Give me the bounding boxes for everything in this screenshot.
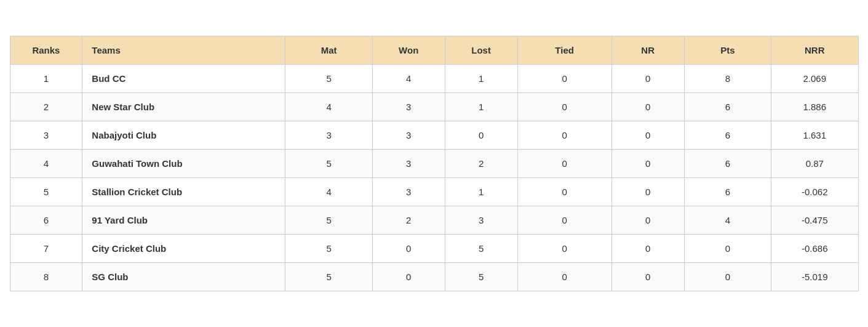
header-won: Won: [372, 36, 445, 65]
team-cell: Stallion Cricket Club: [82, 178, 285, 206]
team-cell: Guwahati Town Club: [82, 150, 285, 178]
nr-cell: 0: [611, 121, 684, 150]
rank-cell: 3: [10, 121, 82, 150]
header-mat: Mat: [285, 36, 372, 65]
lost-cell: 1: [445, 65, 517, 93]
lost-cell: 1: [445, 178, 517, 206]
header-ranks: Ranks: [10, 36, 82, 65]
nr-cell: 0: [611, 263, 684, 291]
nr-cell: 0: [611, 150, 684, 178]
nrr-cell: 2.069: [771, 65, 858, 93]
header-nr: NR: [611, 36, 684, 65]
nrr-cell: -0.686: [771, 235, 858, 263]
lost-cell: 1: [445, 93, 517, 121]
header-nrr: NRR: [771, 36, 858, 65]
nrr-cell: 1.886: [771, 93, 858, 121]
mat-cell: 4: [285, 178, 372, 206]
table-row: 7City Cricket Club505000-0.686: [10, 235, 858, 263]
tied-cell: 0: [517, 93, 611, 121]
team-cell: Bud CC: [82, 65, 285, 93]
won-cell: 3: [372, 150, 445, 178]
header-tied: Tied: [517, 36, 611, 65]
mat-cell: 5: [285, 206, 372, 235]
team-cell: SG Club: [82, 263, 285, 291]
mat-cell: 5: [285, 263, 372, 291]
won-cell: 3: [372, 93, 445, 121]
header-teams: Teams: [82, 36, 285, 65]
pts-cell: 6: [684, 150, 771, 178]
pts-cell: 6: [684, 121, 771, 150]
standings-table-container: Ranks Teams Mat Won Lost Tied NR Pts NRR…: [10, 36, 859, 291]
pts-cell: 0: [684, 263, 771, 291]
lost-cell: 5: [445, 263, 517, 291]
won-cell: 0: [372, 235, 445, 263]
rank-cell: 8: [10, 263, 82, 291]
mat-cell: 5: [285, 150, 372, 178]
rank-cell: 2: [10, 93, 82, 121]
header-pts: Pts: [684, 36, 771, 65]
lost-cell: 2: [445, 150, 517, 178]
mat-cell: 5: [285, 235, 372, 263]
rank-cell: 1: [10, 65, 82, 93]
mat-cell: 4: [285, 93, 372, 121]
table-row: 5Stallion Cricket Club431006-0.062: [10, 178, 858, 206]
table-row: 4Guwahati Town Club5320060.87: [10, 150, 858, 178]
won-cell: 3: [372, 121, 445, 150]
team-cell: New Star Club: [82, 93, 285, 121]
nr-cell: 0: [611, 206, 684, 235]
pts-cell: 0: [684, 235, 771, 263]
mat-cell: 3: [285, 121, 372, 150]
table-row: 8SG Club505000-5.019: [10, 263, 858, 291]
won-cell: 4: [372, 65, 445, 93]
tied-cell: 0: [517, 121, 611, 150]
table-row: 1Bud CC5410082.069: [10, 65, 858, 93]
team-cell: City Cricket Club: [82, 235, 285, 263]
tied-cell: 0: [517, 150, 611, 178]
tied-cell: 0: [517, 235, 611, 263]
rank-cell: 5: [10, 178, 82, 206]
lost-cell: 3: [445, 206, 517, 235]
tied-cell: 0: [517, 65, 611, 93]
nrr-cell: 1.631: [771, 121, 858, 150]
pts-cell: 8: [684, 65, 771, 93]
nrr-cell: -0.475: [771, 206, 858, 235]
nr-cell: 0: [611, 178, 684, 206]
tied-cell: 0: [517, 178, 611, 206]
rank-cell: 4: [10, 150, 82, 178]
nrr-cell: -5.019: [771, 263, 858, 291]
nrr-cell: 0.87: [771, 150, 858, 178]
nrr-cell: -0.062: [771, 178, 858, 206]
rank-cell: 7: [10, 235, 82, 263]
nr-cell: 0: [611, 235, 684, 263]
table-row: 2New Star Club4310061.886: [10, 93, 858, 121]
lost-cell: 0: [445, 121, 517, 150]
won-cell: 3: [372, 178, 445, 206]
team-cell: 91 Yard Club: [82, 206, 285, 235]
rank-cell: 6: [10, 206, 82, 235]
nr-cell: 0: [611, 93, 684, 121]
pts-cell: 6: [684, 178, 771, 206]
header-row: Ranks Teams Mat Won Lost Tied NR Pts NRR: [10, 36, 858, 65]
team-cell: Nabajyoti Club: [82, 121, 285, 150]
nr-cell: 0: [611, 65, 684, 93]
pts-cell: 4: [684, 206, 771, 235]
tied-cell: 0: [517, 206, 611, 235]
table-row: 3Nabajyoti Club3300061.631: [10, 121, 858, 150]
header-lost: Lost: [445, 36, 517, 65]
table-row: 691 Yard Club523004-0.475: [10, 206, 858, 235]
pts-cell: 6: [684, 93, 771, 121]
tied-cell: 0: [517, 263, 611, 291]
won-cell: 2: [372, 206, 445, 235]
mat-cell: 5: [285, 65, 372, 93]
lost-cell: 5: [445, 235, 517, 263]
won-cell: 0: [372, 263, 445, 291]
standings-table: Ranks Teams Mat Won Lost Tied NR Pts NRR…: [10, 36, 859, 291]
